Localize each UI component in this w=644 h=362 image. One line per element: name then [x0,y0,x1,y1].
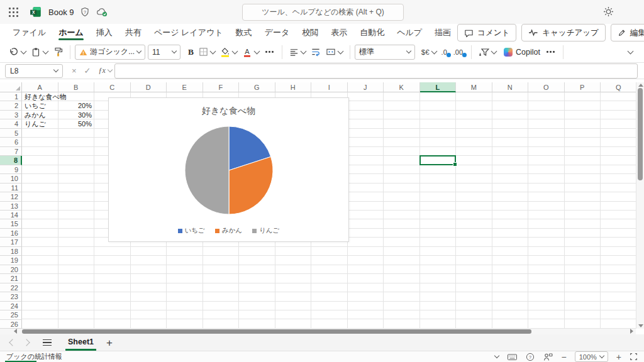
font-color-button[interactable]: A [240,44,262,60]
row-header-2[interactable]: 2 [0,101,22,110]
row-header-21[interactable]: 21 [0,274,22,283]
row-header-12[interactable]: 12 [0,192,22,201]
font-name-select[interactable]: ! 游ゴシック... [75,45,145,60]
scroll-down-icon[interactable] [638,324,643,327]
row-header-6[interactable]: 6 [0,138,22,146]
fullscreen-icon[interactable] [630,353,638,361]
borders-button[interactable] [196,44,218,60]
edit-mode-button[interactable]: 編集 [611,24,644,41]
help-icon[interactable]: ? [526,353,535,361]
row-header-22[interactable]: 22 [0,283,22,292]
scroll-left-icon[interactable] [14,329,17,334]
chevron-down-icon[interactable] [494,353,499,358]
sheet-list-icon[interactable] [43,339,52,346]
row-header-8[interactable]: 8 [0,156,22,165]
number-format-select[interactable]: 標準 [355,45,415,60]
fill-color-button[interactable] [218,44,240,60]
horizontal-scroll-thumb[interactable] [22,329,531,334]
column-header-J[interactable]: J [348,82,384,92]
insert-function-icon[interactable]: ƒx [99,66,106,75]
row-header-25[interactable]: 25 [0,310,22,319]
ribbon-tab-ホーム[interactable]: ホーム [52,24,90,41]
ribbon-tab-挿入[interactable]: 挿入 [90,24,119,41]
currency-format-button[interactable]: $€ [419,44,439,60]
cell-A3[interactable]: みかん [22,111,46,119]
cell-B3[interactable]: 30% [58,111,95,119]
cell-B4[interactable]: 50% [58,119,95,128]
font-more-options-button[interactable] [262,44,277,60]
column-header-A[interactable]: A [22,82,58,92]
ribbon-tab-共有[interactable]: 共有 [119,24,148,41]
format-painter-button[interactable] [50,44,65,60]
pie-chart-object[interactable]: 好きな食べ物 いちごみかんりんご [108,97,349,242]
sheet-tab-sheet1[interactable]: Sheet1 [65,334,96,351]
row-header-19[interactable]: 19 [0,256,22,265]
name-box[interactable]: L8 [5,64,63,78]
row-header-17[interactable]: 17 [0,238,22,246]
ribbon-tab-ページ レイアウト[interactable]: ページ レイアウト [148,24,230,41]
row-header-7[interactable]: 7 [0,147,22,156]
column-header-N[interactable]: N [492,82,529,92]
column-header-D[interactable]: D [131,82,167,92]
zoom-out-button[interactable]: − [561,353,566,361]
ribbon-tab-ヘルプ[interactable]: ヘルプ [391,24,428,41]
paste-button[interactable] [28,44,50,60]
pie-slice-りんご[interactable] [185,126,229,214]
copilot-button[interactable]: Copilot [501,44,543,60]
row-header-24[interactable]: 24 [0,302,22,310]
row-header-1[interactable]: 1 [0,92,22,101]
cell-A2[interactable]: いちご [22,101,46,110]
vertical-scroll-thumb[interactable] [638,88,643,180]
column-header-P[interactable]: P [565,82,601,92]
fill-handle[interactable] [453,162,457,167]
search-input[interactable]: ツール、ヘルプなどの検索 (Alt + Q) [242,4,404,21]
row-header-9[interactable]: 9 [0,165,22,174]
sort-filter-button[interactable] [476,44,499,60]
feedback-person-icon[interactable] [543,353,553,361]
merge-cells-button[interactable] [323,44,345,60]
privacy-shield-icon[interactable]: ? [80,7,90,17]
cancel-icon[interactable]: × [72,66,77,75]
ribbon-tab-表示[interactable]: 表示 [325,24,353,41]
column-header-B[interactable]: B [58,82,95,92]
column-header-M[interactable]: M [456,82,492,92]
workbook-stats-button[interactable]: ブックの統計情報 [6,352,62,361]
row-header-3[interactable]: 3 [0,111,22,119]
document-title[interactable]: Book 9 [48,8,74,17]
scroll-up-icon[interactable] [638,84,643,87]
selected-cell[interactable] [419,155,457,165]
enter-icon[interactable]: ✓ [84,66,91,75]
ribbon-tab-数式[interactable]: 数式 [230,24,258,41]
alignment-button[interactable] [287,44,308,60]
column-header-F[interactable]: F [203,82,240,92]
column-header-Q[interactable]: Q [601,82,637,92]
cell-A1[interactable]: 好きな食べ物 [22,92,67,101]
zoom-in-button[interactable]: + [616,353,621,361]
row-header-10[interactable]: 10 [0,174,22,183]
font-size-select[interactable]: 11 [148,45,180,60]
decrease-decimal-button[interactable]: .00 [451,44,467,60]
formula-input[interactable] [114,63,638,79]
add-sheet-icon[interactable]: + [106,337,113,348]
previous-sheet-icon[interactable] [9,339,16,346]
ribbon-collapse-button[interactable] [623,44,635,60]
horizontal-scrollbar[interactable] [0,329,636,334]
row-header-4[interactable]: 4 [0,119,22,128]
app-launcher-icon[interactable] [9,8,18,17]
column-header-I[interactable]: I [311,82,348,92]
row-header-15[interactable]: 15 [0,219,22,228]
ribbon-tab-ファイル[interactable]: ファイル [6,24,52,41]
wrap-text-button[interactable] [308,44,323,60]
column-header-G[interactable]: G [239,82,275,92]
vertical-scrollbar[interactable] [636,82,644,329]
row-header-26[interactable]: 26 [0,320,22,329]
column-header-H[interactable]: H [275,82,312,92]
ribbon-tab-データ[interactable]: データ [258,24,296,41]
ribbon-tab-描画[interactable]: 描画 [428,24,457,41]
bold-button[interactable]: B [186,44,196,60]
row-header-18[interactable]: 18 [0,247,22,256]
row-header-5[interactable]: 5 [0,129,22,138]
next-sheet-icon[interactable] [23,339,30,346]
column-header-O[interactable]: O [528,82,565,92]
row-header-16[interactable]: 16 [0,229,22,238]
